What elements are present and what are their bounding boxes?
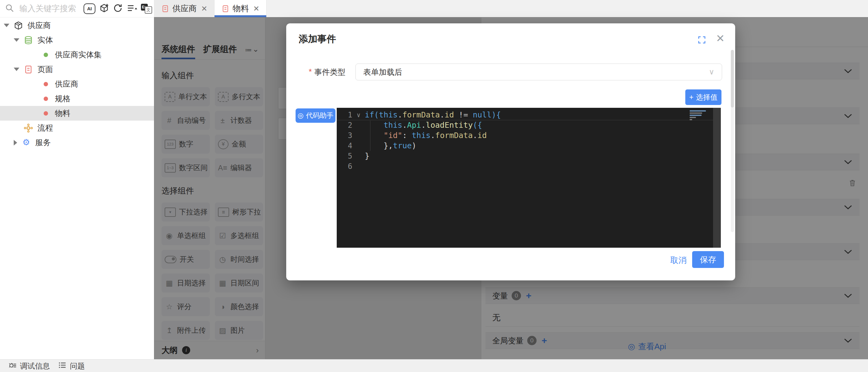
- code-text: }: [365, 151, 369, 161]
- code-token: "id": [383, 131, 402, 140]
- minimap: [690, 110, 708, 121]
- fold-icon[interactable]: ∨: [352, 111, 365, 119]
- line-number: 2: [337, 121, 352, 130]
- code-line-4[interactable]: 4 },true): [337, 140, 713, 151]
- code-assistant-label: 代码助手: [306, 111, 334, 120]
- close-tab-icon[interactable]: ✕: [253, 4, 259, 13]
- code-line-5[interactable]: 5}: [337, 151, 713, 161]
- cube-icon: [13, 20, 24, 31]
- tree-item-label: 页面: [37, 64, 53, 74]
- code-assistant-button[interactable]: ◎ 代码助手: [296, 108, 336, 123]
- code-line-3[interactable]: 3 "id": this.formData.id: [337, 130, 713, 140]
- code-token: }: [365, 151, 369, 161]
- code-token: id: [444, 110, 454, 119]
- tree-item-供应商[interactable]: 供应商: [0, 18, 154, 33]
- editor-scrollbar[interactable]: [713, 108, 721, 248]
- tree-item-服务[interactable]: ⚙服务: [0, 135, 154, 150]
- close-icon[interactable]: ✕: [716, 32, 725, 44]
- caret-down-icon[interactable]: [14, 38, 19, 42]
- line-number: 3: [337, 131, 352, 140]
- code-token: this: [379, 110, 398, 119]
- list-collapse-icon[interactable]: [127, 3, 137, 14]
- cancel-button[interactable]: 取消: [669, 255, 688, 266]
- select-value-label: 选择值: [696, 93, 717, 102]
- tab-label: 物料: [232, 3, 249, 14]
- refresh-icon[interactable]: [113, 3, 123, 14]
- flow-icon: [23, 123, 34, 133]
- code-token: true: [393, 141, 411, 150]
- event-type-value: 表单加载后: [363, 67, 402, 77]
- dialog-scrollbar-thumb[interactable]: [731, 50, 734, 107]
- code-editor[interactable]: 1∨if(this.formData.id != null){2 this.Ap…: [337, 108, 721, 248]
- dialog-title: 添加事件: [299, 33, 336, 45]
- topbar-actions: AI En 文: [84, 0, 152, 17]
- code-token: if(: [365, 110, 379, 119]
- caret-right-icon[interactable]: [14, 140, 17, 145]
- code-line-2[interactable]: 2 this.Api.loadEntity({: [337, 120, 713, 130]
- editor-tabstrip: 供应商✕物料✕: [154, 0, 267, 17]
- code-token: ({: [473, 121, 482, 130]
- code-token: this: [412, 131, 431, 140]
- code-token: [365, 141, 383, 150]
- tree-item-页面[interactable]: 页面: [0, 62, 154, 77]
- tree-item-供应商[interactable]: 供应商: [0, 77, 154, 91]
- code-text: this.Api.loadEntity({: [365, 121, 482, 130]
- editor-tab-1[interactable]: 物料✕: [215, 0, 267, 17]
- debug-label: 调试信息: [20, 361, 50, 371]
- caret-down-icon[interactable]: [4, 24, 9, 27]
- code-token: .: [440, 110, 444, 119]
- plus-icon: +: [689, 93, 693, 102]
- chevron-down-icon: ∨: [709, 68, 714, 76]
- fullscreen-icon[interactable]: [697, 35, 707, 46]
- code-token: [365, 131, 383, 140]
- save-button[interactable]: 保存: [692, 251, 724, 268]
- issues-label: 问题: [70, 361, 85, 371]
- code-line-1[interactable]: 1∨if(this.formData.id != null){: [337, 110, 713, 120]
- code-lines: 1∨if(this.formData.id != null){2 this.Ap…: [337, 110, 713, 171]
- debug-icon: [8, 361, 17, 371]
- app-root: { "topbar": { "search_placeholder": "输入关…: [0, 0, 868, 372]
- dot-red-icon: [40, 108, 51, 119]
- page-icon: [221, 5, 229, 13]
- tree-item-label: 流程: [37, 123, 53, 133]
- code-token: .: [431, 131, 435, 140]
- tree-item-实体[interactable]: 实体: [0, 33, 154, 47]
- tree-item-流程[interactable]: 流程: [0, 121, 154, 135]
- caret-down-icon[interactable]: [14, 68, 19, 71]
- line-number: 6: [337, 162, 352, 171]
- issues-button[interactable]: 问题: [58, 361, 85, 371]
- debug-info-button[interactable]: 调试信息: [8, 361, 50, 371]
- select-value-button[interactable]: + 选择值: [685, 90, 721, 105]
- code-token: this: [383, 121, 402, 130]
- code-token: !=: [454, 110, 473, 119]
- tree-item-规格[interactable]: 规格: [0, 91, 154, 106]
- dialog-scrollbar[interactable]: [731, 50, 734, 232]
- status-bar: 调试信息 问题: [0, 359, 868, 372]
- issues-icon: [58, 361, 67, 371]
- tree-item-物料[interactable]: 物料: [0, 106, 154, 121]
- tree-item-label: 物料: [55, 108, 70, 119]
- code-line-6[interactable]: 6: [337, 161, 713, 171]
- code-token: :: [402, 131, 411, 140]
- tree-item-供应商实体集[interactable]: 供应商实体集: [0, 47, 154, 62]
- tab-label: 供应商: [173, 3, 197, 14]
- page-icon: [161, 5, 169, 13]
- event-type-label: 事件类型: [314, 67, 345, 77]
- code-text: "id": this.formData.id: [365, 131, 487, 140]
- editor-tab-0[interactable]: 供应商✕: [154, 0, 215, 17]
- code-token: null: [473, 110, 491, 119]
- line-number: 5: [337, 152, 352, 161]
- tree-item-label: 供应商: [27, 20, 51, 31]
- code-token: formData: [435, 131, 473, 140]
- translate-zh: 文: [145, 6, 152, 14]
- code-token: .: [402, 121, 407, 130]
- translate-icon[interactable]: En 文: [141, 4, 152, 14]
- event-type-select[interactable]: 表单加载后 ∨: [355, 64, 722, 80]
- tree-item-label: 规格: [55, 94, 70, 104]
- close-tab-icon[interactable]: ✕: [201, 4, 207, 13]
- add-module-icon[interactable]: [99, 3, 109, 14]
- tree-item-label: 供应商实体集: [55, 49, 102, 60]
- ai-assistant-icon[interactable]: AI: [84, 3, 95, 14]
- code-token: ): [412, 141, 416, 150]
- dot-green-icon: [40, 49, 51, 60]
